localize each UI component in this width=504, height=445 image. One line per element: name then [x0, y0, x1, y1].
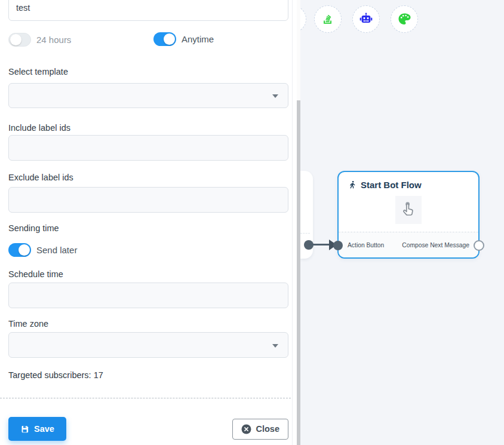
- toggle-anytime-label: Anytime: [182, 34, 214, 44]
- campaign-name-input[interactable]: [8, 0, 288, 21]
- toolbar-circle-palette[interactable]: [391, 5, 418, 33]
- toggle-knob: [10, 34, 21, 45]
- toolbar-circle-bot[interactable]: [352, 5, 380, 33]
- save-button-label: Save: [34, 424, 54, 434]
- toggle-send-later[interactable]: [8, 243, 31, 257]
- start-bot-flow-node[interactable]: Start Bot Flow Action Button Compose Nex…: [337, 171, 480, 259]
- exclude-label-ids-label: Exclude label ids: [8, 173, 288, 182]
- schedule-time-label: Schedule time: [8, 269, 288, 279]
- messaging-window-row: 24 hours Anytime: [8, 32, 288, 47]
- palette-icon: [397, 12, 411, 26]
- send-later-label: Send later: [36, 245, 77, 255]
- toggle-24-hours[interactable]: [8, 33, 31, 47]
- chevron-down-icon: [272, 94, 278, 98]
- connector-line: [309, 244, 330, 245]
- select-template-label: Select template: [8, 67, 288, 76]
- node-body: [395, 196, 422, 224]
- stack-icon: [321, 13, 334, 26]
- walking-person-icon: [348, 180, 357, 190]
- robot-icon: [359, 12, 373, 26]
- chevron-down-icon: [272, 344, 278, 348]
- toggle-send-later-group: Send later: [8, 243, 77, 257]
- node-footer: Action Button Compose Next Message: [339, 232, 478, 257]
- toggle-knob: [19, 244, 30, 256]
- action-button-label: Action Button: [348, 242, 384, 248]
- toggle-24h-group: 24 hours: [8, 33, 71, 47]
- hand-pointer-icon: [400, 200, 417, 220]
- toggle-knob: [164, 33, 175, 45]
- settings-form: 24 hours Anytime Select template Include…: [0, 0, 293, 445]
- node-title: Start Bot Flow: [361, 180, 422, 190]
- node-header: Start Bot Flow: [339, 172, 478, 190]
- close-icon: [241, 424, 251, 434]
- include-label-ids-label: Include label ids: [8, 123, 288, 133]
- targeted-subscribers-count: 17: [94, 370, 103, 380]
- sending-time-label: Sending time: [8, 223, 288, 233]
- close-button[interactable]: Close: [232, 419, 289, 440]
- exclude-label-ids-input[interactable]: [8, 187, 288, 213]
- toggle-24h-label: 24 hours: [36, 35, 71, 45]
- targeted-subscribers-label: Targeted subscribers:: [8, 370, 91, 380]
- toggle-anytime[interactable]: [153, 32, 176, 46]
- toggle-anytime-group: Anytime: [153, 32, 214, 46]
- compose-next-message-label: Compose Next Message: [402, 242, 469, 248]
- time-zone-label: Time zone: [8, 319, 288, 329]
- send-later-row: Send later: [8, 242, 288, 257]
- schedule-time-input[interactable]: [8, 283, 288, 308]
- node-input-port[interactable]: [333, 241, 343, 250]
- hidden-node-divider: [300, 233, 310, 234]
- footer-divider: [0, 398, 293, 398]
- flow-canvas[interactable]: Start Bot Flow Action Button Compose Nex…: [300, 0, 504, 445]
- form-actions: Save Close: [8, 417, 288, 441]
- save-icon: [20, 425, 29, 434]
- save-button[interactable]: Save: [8, 417, 66, 441]
- time-zone-select[interactable]: [8, 332, 288, 358]
- settings-panel: 24 hours Anytime Select template Include…: [0, 0, 300, 445]
- toolbar-circle-partial[interactable]: [300, 5, 306, 33]
- node-output-port[interactable]: [474, 240, 484, 251]
- targeted-subscribers-text: Targeted subscribers: 17: [8, 370, 288, 380]
- include-label-ids-input[interactable]: [8, 135, 288, 161]
- toolbar-circle-stack[interactable]: [314, 5, 342, 33]
- template-select[interactable]: [8, 83, 288, 108]
- close-button-label: Close: [256, 424, 280, 434]
